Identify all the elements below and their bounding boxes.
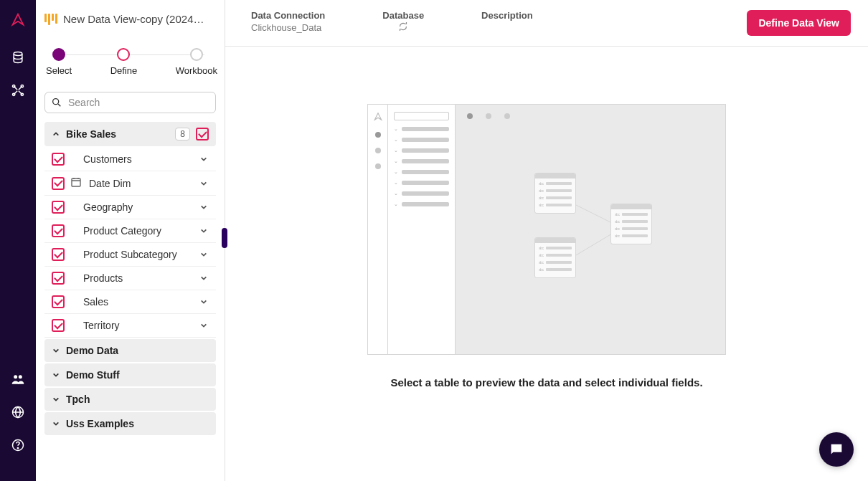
chevron-down-icon bbox=[52, 347, 60, 354]
table-row[interactable]: Product Category bbox=[44, 219, 216, 243]
meta-connection: Data Connection Clickhouse_Data bbox=[251, 10, 325, 33]
table-row[interactable]: Customers bbox=[44, 148, 216, 171]
meta-database: Database bbox=[382, 10, 424, 33]
svg-rect-11 bbox=[72, 178, 80, 186]
chevron-down-icon bbox=[200, 201, 209, 213]
group-tpch[interactable]: Tpch bbox=[44, 388, 216, 411]
chevron-down-icon bbox=[52, 371, 60, 378]
nav-rail bbox=[0, 0, 36, 481]
chevron-down-icon bbox=[200, 178, 209, 189]
search-box[interactable] bbox=[44, 92, 216, 113]
table-checkbox[interactable] bbox=[52, 201, 65, 214]
empty-state-illustration: ⌄ ⌄ ⌄ ⌄ ⌄ ⌄ ⌄ ⌄ abc abc abc abc bbox=[367, 104, 726, 355]
meta-description: Description bbox=[481, 10, 533, 21]
table-checkbox[interactable] bbox=[52, 248, 65, 261]
empty-state-caption: Select a table to preview the data and s… bbox=[390, 376, 702, 389]
search-input[interactable] bbox=[68, 97, 209, 108]
svg-point-4 bbox=[21, 93, 23, 95]
nav-globe-icon[interactable] bbox=[9, 404, 27, 421]
stepper: Select Define Workbook bbox=[36, 38, 225, 85]
chevron-down-icon bbox=[52, 420, 60, 427]
nav-connections-icon[interactable] bbox=[9, 49, 27, 66]
topbar: Data Connection Clickhouse_Data Database… bbox=[225, 0, 868, 47]
svg-line-13 bbox=[576, 234, 612, 255]
nav-users-icon[interactable] bbox=[9, 371, 27, 388]
svg-point-5 bbox=[14, 375, 17, 378]
calendar-icon bbox=[70, 176, 82, 190]
table-row[interactable]: Date Dim bbox=[44, 171, 216, 196]
svg-point-0 bbox=[14, 52, 22, 56]
table-row[interactable]: Sales bbox=[44, 290, 216, 314]
app-logo[interactable] bbox=[9, 11, 27, 29]
step-workbook[interactable]: Workbook bbox=[176, 48, 217, 76]
schema-tree: Bike Sales 8 Customers Date Dim Geograph… bbox=[36, 122, 225, 481]
svg-point-9 bbox=[17, 448, 18, 449]
chevron-down-icon bbox=[200, 225, 209, 237]
table-row[interactable]: Product Subcategory bbox=[44, 243, 216, 267]
table-row[interactable]: Territory bbox=[44, 314, 216, 338]
group-demo-stuff[interactable]: Demo Stuff bbox=[44, 363, 216, 386]
view-title-text: New Data View-copy (2024… bbox=[63, 13, 204, 25]
table-checkbox[interactable] bbox=[52, 295, 65, 308]
svg-point-6 bbox=[19, 375, 22, 378]
nav-help-icon[interactable] bbox=[9, 437, 27, 454]
chevron-up-icon bbox=[52, 130, 60, 138]
step-define[interactable]: Define bbox=[110, 48, 138, 76]
table-row[interactable]: Products bbox=[44, 267, 216, 290]
svg-point-3 bbox=[13, 93, 15, 95]
svg-point-10 bbox=[53, 99, 59, 105]
chevron-down-icon bbox=[200, 153, 209, 165]
group-count-badge: 8 bbox=[175, 128, 190, 141]
group-bike-sales[interactable]: Bike Sales 8 bbox=[44, 122, 216, 146]
chevron-down-icon bbox=[200, 320, 209, 331]
define-data-view-button[interactable]: Define Data View bbox=[747, 10, 851, 36]
group-demo-data[interactable]: Demo Data bbox=[44, 339, 216, 362]
view-title: New Data View-copy (2024… bbox=[36, 0, 225, 38]
table-checkbox[interactable] bbox=[52, 177, 65, 190]
table-row[interactable]: Geography bbox=[44, 196, 216, 219]
left-panel: New Data View-copy (2024… Select Define … bbox=[36, 0, 225, 481]
panel-resize-handle[interactable] bbox=[222, 228, 227, 248]
chevron-down-icon bbox=[200, 272, 209, 284]
main-area: Data Connection Clickhouse_Data Database… bbox=[225, 0, 868, 481]
nav-views-icon[interactable] bbox=[9, 82, 27, 99]
chevron-down-icon bbox=[200, 249, 209, 260]
refresh-icon[interactable] bbox=[382, 22, 424, 33]
table-checkbox[interactable] bbox=[52, 272, 65, 285]
svg-line-12 bbox=[576, 205, 612, 223]
table-checkbox[interactable] bbox=[52, 224, 65, 237]
search-icon bbox=[51, 97, 62, 108]
chevron-down-icon bbox=[200, 296, 209, 308]
table-checkbox[interactable] bbox=[52, 153, 65, 166]
data-view-icon bbox=[44, 14, 57, 25]
canvas-area: ⌄ ⌄ ⌄ ⌄ ⌄ ⌄ ⌄ ⌄ abc abc abc abc bbox=[225, 47, 868, 481]
step-select[interactable]: Select bbox=[46, 48, 72, 76]
group-uss-examples[interactable]: Uss Examples bbox=[44, 412, 216, 435]
chat-widget-button[interactable] bbox=[819, 432, 854, 467]
chevron-down-icon bbox=[52, 396, 60, 403]
table-checkbox[interactable] bbox=[52, 319, 65, 332]
group-checkbox[interactable] bbox=[196, 128, 209, 141]
